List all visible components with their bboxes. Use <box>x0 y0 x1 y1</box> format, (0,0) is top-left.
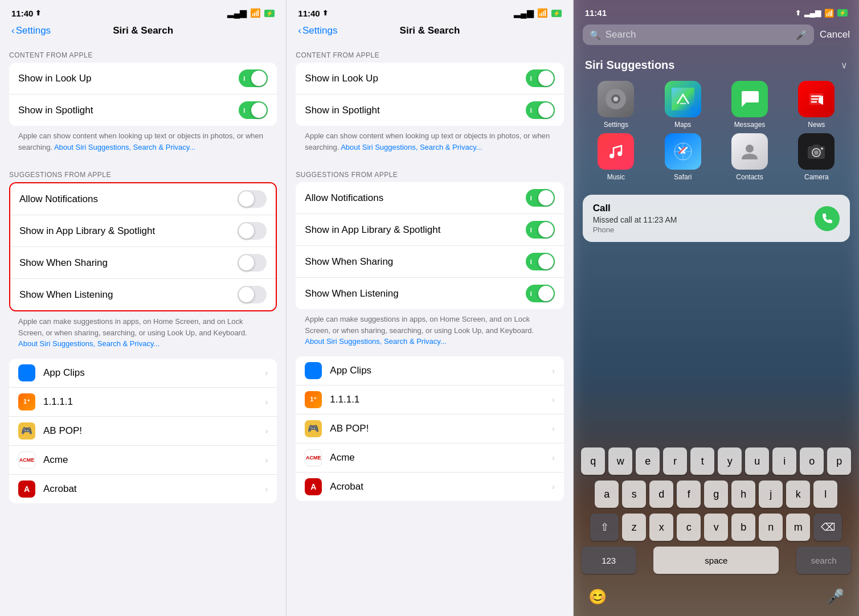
allow-notifications-row-1[interactable]: Allow Notifications <box>10 183 276 215</box>
siri-suggestions-chevron-icon[interactable]: ∨ <box>841 60 848 71</box>
show-when-listening-row-2[interactable]: Show When Listening I <box>296 278 563 309</box>
location-icon-1: ⬆ <box>35 9 41 17</box>
list-item-acrobat-1[interactable]: A Acrobat › <box>9 475 277 503</box>
wifi-icon-1: 📶 <box>250 8 261 18</box>
key-w[interactable]: w <box>608 447 632 475</box>
show-when-listening-toggle-1[interactable] <box>238 286 267 303</box>
key-r[interactable]: r <box>663 447 687 475</box>
key-a[interactable]: a <box>595 481 619 508</box>
key-f[interactable]: f <box>677 481 701 508</box>
delete-key[interactable]: ⌫ <box>813 514 842 541</box>
about-siri-suggestions-link-2[interactable]: About Siri Suggestions, Search & Privacy… <box>305 337 446 346</box>
key-m[interactable]: m <box>786 514 810 541</box>
search-input-container[interactable]: 🔍 Search 🎤 <box>583 24 814 45</box>
key-h[interactable]: h <box>731 481 755 508</box>
call-phone-icon[interactable] <box>815 206 840 231</box>
mic-button[interactable]: 🎤 <box>823 584 848 609</box>
scroll-area-2[interactable]: CONTENT FROM APPLE Show in Look Up I Sho… <box>287 42 572 616</box>
back-button-1[interactable]: ‹ Settings <box>11 25 51 36</box>
key-p[interactable]: p <box>827 447 851 475</box>
about-siri-link-1[interactable]: About Siri Suggestions, Search & Privacy… <box>54 143 195 151</box>
show-app-library-row-2[interactable]: Show in App Library & Spotlight I <box>296 214 563 246</box>
show-app-library-toggle-1[interactable] <box>238 222 267 240</box>
show-spotlight-toggle-2[interactable]: I <box>526 101 555 119</box>
key-z[interactable]: z <box>622 514 646 541</box>
key-n[interactable]: n <box>759 514 783 541</box>
show-when-sharing-row-1[interactable]: Show When Sharing <box>10 247 276 279</box>
show-spotlight-toggle-1[interactable]: I <box>239 101 268 119</box>
key-s[interactable]: s <box>622 481 646 508</box>
show-when-listening-toggle-2[interactable]: I <box>526 285 555 302</box>
show-lookup-row-1[interactable]: Show in Look Up I <box>9 63 277 95</box>
list-item-acme-2[interactable]: ACME Acme › <box>296 443 563 473</box>
key-c[interactable]: c <box>677 514 701 541</box>
list-item-abpop-2[interactable]: 🎮 AB POP! › <box>296 414 563 443</box>
number-key[interactable]: 123 <box>582 547 636 574</box>
app1111-chevron-1: › <box>265 397 268 406</box>
key-k[interactable]: k <box>786 481 810 508</box>
show-lookup-row-2[interactable]: Show in Look Up I <box>296 63 563 95</box>
back-label-1[interactable]: Settings <box>16 25 51 36</box>
search-key[interactable]: search <box>796 547 851 574</box>
key-q[interactable]: q <box>581 447 605 475</box>
key-u[interactable]: u <box>745 447 769 475</box>
call-notification-card[interactable]: Call Missed call at 11:23 AM Phone <box>583 195 850 242</box>
list-item-appclips-2[interactable]: App Clips › <box>296 356 563 385</box>
show-lookup-toggle-2[interactable]: I <box>526 69 555 87</box>
key-g[interactable]: g <box>704 481 728 508</box>
allow-notifications-toggle-2[interactable]: I <box>526 189 555 207</box>
list-item-acme-1[interactable]: ACME Acme › <box>9 446 277 475</box>
space-key[interactable]: space <box>653 547 779 574</box>
grid-item-safari[interactable]: Safari <box>652 133 714 181</box>
show-lookup-toggle-1[interactable]: I <box>239 69 268 87</box>
key-d[interactable]: d <box>649 481 673 508</box>
key-j[interactable]: j <box>759 481 783 508</box>
grid-item-contacts[interactable]: Contacts <box>718 133 780 181</box>
grid-item-news[interactable]: News <box>786 81 848 129</box>
key-l[interactable]: l <box>813 481 837 508</box>
list-item-1111-1[interactable]: 1⁺ 1.1.1.1 › <box>9 388 277 417</box>
grid-item-messages[interactable]: Messages <box>718 81 780 129</box>
about-siri-suggestions-link-1[interactable]: About Siri Suggestions, Search & Privacy… <box>18 339 159 348</box>
show-when-listening-row-1[interactable]: Show When Listening <box>10 279 276 310</box>
show-app-library-row-1[interactable]: Show in App Library & Spotlight <box>10 215 276 247</box>
allow-notifications-row-2[interactable]: Allow Notifications I <box>296 182 563 214</box>
allow-notifications-toggle-1[interactable] <box>238 190 267 208</box>
key-i[interactable]: i <box>772 447 796 475</box>
show-app-library-toggle-2[interactable]: I <box>526 221 555 239</box>
key-o[interactable]: o <box>800 447 824 475</box>
key-t[interactable]: t <box>690 447 714 475</box>
app-list-card-1: App Clips › 1⁺ 1.1.1.1 › 🎮 AB POP! › ACM… <box>9 359 277 503</box>
grid-item-music[interactable]: Music <box>585 133 647 181</box>
emoji-button[interactable]: 😊 <box>585 584 610 609</box>
key-y[interactable]: y <box>718 447 742 475</box>
show-when-sharing-toggle-2[interactable]: I <box>526 253 555 270</box>
show-spotlight-row-1[interactable]: Show in Spotlight I <box>9 95 277 126</box>
shift-key[interactable]: ⇧ <box>590 514 619 541</box>
show-when-sharing-row-2[interactable]: Show When Sharing I <box>296 246 563 278</box>
search-bar-row: 🔍 Search 🎤 Cancel <box>574 22 859 52</box>
key-x[interactable]: x <box>649 514 673 541</box>
content-apple-card-1: Show in Look Up I Show in Spotlight I <box>9 63 277 126</box>
scroll-area-1[interactable]: CONTENT FROM APPLE Show in Look Up I Sho… <box>0 42 286 616</box>
grid-item-maps[interactable]: Maps <box>652 81 714 129</box>
list-item-acrobat-2[interactable]: A Acrobat › <box>296 473 563 501</box>
messages-app-label: Messages <box>734 121 766 129</box>
time-location-1: 11:40 ⬆ <box>11 9 41 18</box>
back-button-2[interactable]: ‹ Settings <box>298 25 337 36</box>
microphone-icon[interactable]: 🎤 <box>796 30 807 40</box>
list-item-appclips-1[interactable]: App Clips › <box>9 359 277 388</box>
news-app-icon <box>798 81 835 117</box>
cancel-search-button[interactable]: Cancel <box>820 29 850 40</box>
grid-item-camera[interactable]: Camera <box>786 133 848 181</box>
key-v[interactable]: v <box>704 514 728 541</box>
show-when-sharing-toggle-1[interactable] <box>238 254 267 272</box>
show-spotlight-row-2[interactable]: Show in Spotlight I <box>296 95 563 126</box>
key-e[interactable]: e <box>636 447 660 475</box>
back-label-2[interactable]: Settings <box>302 25 337 36</box>
list-item-1111-2[interactable]: 1⁺ 1.1.1.1 › <box>296 385 563 414</box>
about-siri-link-2[interactable]: About Siri Suggestions, Search & Privacy… <box>341 143 482 151</box>
key-b[interactable]: b <box>731 514 755 541</box>
list-item-abpop-1[interactable]: 🎮 AB POP! › <box>9 417 277 446</box>
grid-item-settings[interactable]: Settings <box>585 81 647 129</box>
